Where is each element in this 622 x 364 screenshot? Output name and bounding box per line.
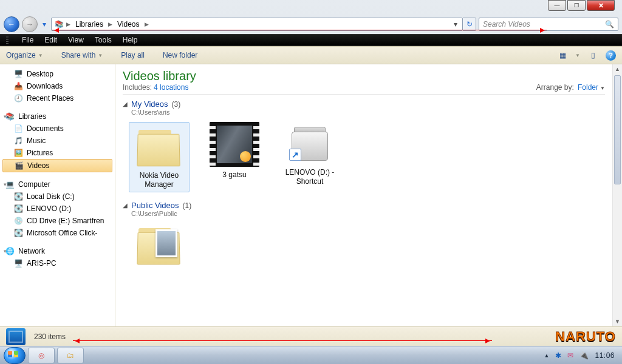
play-all-button[interactable]: Play all [121, 51, 145, 59]
nav-network-pc[interactable]: 🖥️ARIS-PC [0, 257, 115, 269]
item-label: 3 gatsu [204, 170, 265, 180]
tray-show-hidden[interactable]: ▲ [544, 352, 550, 359]
command-bar: Organize▼ Share with▼ Play all New folde… [0, 46, 622, 64]
menu-bar: File Edit View Tools Help [0, 34, 622, 46]
menu-tools[interactable]: Tools [95, 36, 112, 44]
expand-icon: ▾ [4, 113, 7, 120]
scroll-down-button[interactable]: ▼ [613, 317, 622, 326]
nav-drive-d[interactable]: 💽LENOVO (D:) [0, 203, 115, 215]
address-bar[interactable]: 📚 ▶ Libraries ▶ Videos ▶ ▾ [51, 18, 463, 31]
help-button[interactable]: ? [606, 50, 616, 61]
theme-logo: NARUTO [555, 329, 616, 345]
nav-libraries[interactable]: ▾📚Libraries [0, 110, 115, 123]
nav-fav-recent[interactable]: 🕘Recent Places [0, 92, 115, 104]
nav-computer[interactable]: ▾💻Computer [0, 178, 115, 190]
group-path: C:\Users\aris [123, 109, 605, 116]
maximize-button[interactable]: ❐ [567, 0, 586, 11]
taskbar-pin-explorer[interactable]: 🗂 [57, 348, 84, 363]
explorer-icon: 🗂 [67, 351, 74, 360]
preview-pane-button[interactable]: ▯ [587, 50, 598, 61]
taskbar-pin-chrome[interactable]: ◎ [28, 348, 55, 363]
menu-view[interactable]: View [68, 36, 84, 44]
details-pane: 230 items NARUTO [0, 326, 622, 346]
nav-drive-office[interactable]: 💽Microsoft Office Click- [0, 227, 115, 239]
nav-lib-music[interactable]: 🎵Music [0, 135, 115, 147]
nav-lib-documents[interactable]: 📄Documents [0, 123, 115, 135]
item-nokia-video-manager[interactable]: Nokia Video Manager [129, 122, 190, 192]
shortcut-arrow-icon: ↗ [289, 149, 301, 161]
group-count: (1) [183, 201, 192, 210]
search-placeholder: Search Videos [483, 20, 530, 29]
group-title[interactable]: Public Videos [131, 201, 179, 210]
nav-lib-videos[interactable]: 🎬Videos [2, 159, 112, 172]
nav-network[interactable]: ▾🌐Network [0, 245, 115, 257]
video-thumbnail [210, 122, 259, 167]
chevron-right-icon: ▶ [143, 21, 150, 27]
view-mode-button[interactable]: ▦ [557, 50, 568, 61]
history-dropdown[interactable]: ▾ [40, 16, 49, 32]
expand-icon: ▾ [4, 248, 7, 254]
scroll-up-button[interactable]: ▲ [613, 64, 622, 74]
badge-icon [240, 151, 251, 162]
breadcrumb-libraries[interactable]: Libraries [73, 19, 106, 30]
includes-locations-link[interactable]: 4 locations [154, 83, 188, 92]
pc-icon: 🖥️ [13, 258, 23, 268]
nav-drive-e[interactable]: 💿CD Drive (E:) Smartfren [0, 215, 115, 227]
group-path: C:\Users\Public [123, 210, 605, 217]
taskbar: ◎ 🗂 ▲ ✱ ✉ 🔌 11:06 [0, 346, 622, 364]
folder-icon [135, 223, 183, 266]
grip-icon [6, 36, 9, 44]
nav-fav-downloads[interactable]: 📥Downloads [0, 80, 115, 92]
videos-icon: 🎬 [14, 161, 24, 170]
back-button[interactable]: ← [4, 16, 19, 32]
recent-icon: 🕘 [13, 93, 23, 103]
nav-fav-desktop[interactable]: 🖥️Desktop [0, 68, 115, 80]
documents-icon: 📄 [13, 124, 23, 133]
organize-button[interactable]: Organize▼ [6, 51, 43, 59]
navigation-row: ← → ▾ 📚 ▶ Libraries ▶ Videos ▶ ▾ ↻ Searc… [0, 16, 622, 33]
scroll-thumb[interactable] [614, 75, 621, 184]
folder-icon [135, 125, 183, 167]
item-lenovo-shortcut[interactable]: ↗ LENOVO (D:) - Shortcut [279, 122, 340, 192]
menu-file[interactable]: File [22, 36, 33, 44]
navigation-pane: 🖥️Desktop 📥Downloads 🕘Recent Places ▾📚Li… [0, 64, 115, 326]
item-label: Nokia Video Manager [132, 171, 186, 189]
item-sample-videos[interactable] [129, 223, 190, 266]
address-dropdown[interactable]: ▾ [451, 20, 460, 29]
taskbar-clock[interactable]: 11:06 [595, 351, 615, 360]
disk-icon: 💽 [13, 192, 23, 201]
close-button[interactable]: ✕ [587, 0, 615, 11]
expand-icon: ▾ [4, 181, 7, 187]
search-input[interactable]: Search Videos 🔍 [479, 18, 618, 31]
group-count: (3) [171, 100, 180, 109]
start-button[interactable] [4, 347, 26, 364]
chevron-right-icon: ▶ [65, 21, 72, 27]
menu-edit[interactable]: Edit [44, 36, 57, 44]
arrange-by-control[interactable]: Arrange by: Folder ▼ [536, 83, 605, 92]
minimize-button[interactable]: — [548, 0, 566, 11]
refresh-button[interactable]: ↻ [463, 18, 476, 31]
collapse-icon[interactable]: ◢ [123, 101, 128, 107]
share-with-button[interactable]: Share with▼ [61, 51, 103, 59]
library-badge-icon [6, 328, 26, 345]
vertical-scrollbar[interactable]: ▲ ▼ [612, 64, 622, 326]
group-title[interactable]: My Videos [131, 99, 168, 109]
menu-help[interactable]: Help [123, 36, 138, 44]
pictures-icon: 🖼️ [13, 148, 23, 158]
item-count: 230 items [34, 332, 66, 341]
chevron-right-icon: ▶ [107, 21, 114, 27]
disk-icon: 💽 [13, 228, 23, 238]
collapse-icon[interactable]: ◢ [123, 202, 128, 209]
forward-button[interactable]: → [22, 16, 38, 32]
breadcrumb-videos[interactable]: Videos [115, 19, 142, 30]
item-3-gatsu[interactable]: 3 gatsu [204, 122, 265, 192]
nav-lib-pictures[interactable]: 🖼️Pictures [0, 147, 115, 159]
tray-mail-icon[interactable]: ✉ [567, 351, 573, 360]
view-mode-dropdown[interactable]: ▼ [575, 53, 580, 58]
nav-drive-c[interactable]: 💽Local Disk (C:) [0, 190, 115, 203]
music-icon: 🎵 [13, 136, 23, 146]
disk-icon: 💽 [13, 204, 23, 214]
tray-bluetooth-icon[interactable]: ✱ [555, 351, 561, 360]
new-folder-button[interactable]: New folder [163, 51, 197, 59]
tray-power-icon[interactable]: 🔌 [579, 351, 589, 360]
